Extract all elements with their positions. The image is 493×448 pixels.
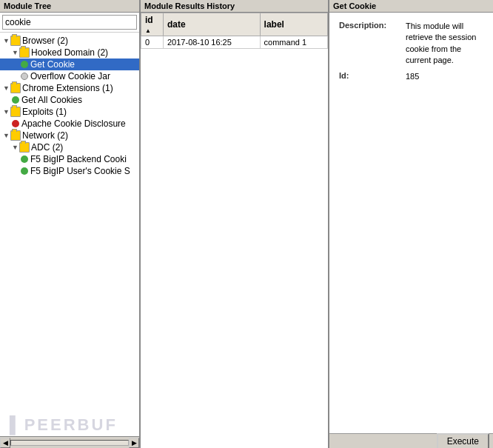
arrow-browser: ▼ [3,37,10,44]
description-value: This module will retrieve the session co… [402,19,487,69]
tree-f5-users[interactable]: F5 BigIP User's Cookie S [0,165,139,177]
info-table: Description: This module will retrieve t… [335,19,487,84]
scroll-right-arrow[interactable]: ▶ [129,438,139,448]
folder-chrome-icon [10,83,21,93]
execute-button[interactable]: Execute [437,433,489,449]
arrow-hooked: ▼ [12,49,19,56]
dot-f5-users [21,167,28,175]
tree-browser-label: Browser (2) [22,36,68,46]
folder-browser-icon [10,36,21,46]
scroll-track[interactable] [10,440,129,446]
arrow-exploits: ▼ [3,108,10,116]
middle-panel: Module Results History id ▲ date [141,0,329,448]
results-table: id ▲ date label 0 [141,13,328,49]
search-input[interactable] [2,15,137,30]
dot-apache [12,120,19,127]
tree-get-all-cookies[interactable]: Get All Cookies [0,94,139,106]
tree-hooked-label: Hooked Domain (2) [31,47,108,58]
description-row: Description: This module will retrieve t… [335,19,487,69]
tree-overflow-cookie[interactable]: Overflow Cookie Jar [0,70,139,82]
tree-get-cookie-label: Get Cookie [30,59,75,70]
tree-adc-group[interactable]: ▼ ADC (2) [0,141,139,153]
arrow-adc: ▼ [12,144,19,151]
tree-f5-users-label: F5 BigIP User's Cookie S [30,166,130,176]
tree-chrome-extensions-group[interactable]: ▼ Chrome Extensions (1) [0,82,139,94]
tree-overflow-cookie-label: Overflow Cookie Jar [30,71,110,81]
tree-hooked-domain-group[interactable]: ▼ Hooked Domain (2) [0,47,139,58]
get-cookie-title: Get Cookie [329,0,493,13]
id-label: Id: [335,69,402,84]
tree-apache-cookie[interactable]: Apache Cookie Disclosure [0,118,139,130]
right-panel-bottom: Execute [329,433,493,448]
col-id[interactable]: id ▲ [141,13,164,36]
tree-network-group[interactable]: ▼ Network (2) [0,130,139,141]
description-label: Description: [335,19,402,69]
tree-get-cookie[interactable]: Get Cookie [0,58,139,70]
tree-f5-backend[interactable]: F5 BigIP Backend Cooki [0,153,139,165]
module-tree: ▼ Browser (2) ▼ Hooked Domain (2) Get Co… [0,33,139,436]
tree-get-all-cookies-label: Get All Cookies [21,95,82,105]
results-history-title: Module Results History [141,0,328,13]
left-scroll-bar: ◀ ▶ [0,436,139,448]
scroll-left-arrow[interactable]: ◀ [0,438,10,448]
id-value: 185 [402,69,487,84]
dot-get-cookie [21,61,28,68]
dot-get-all-cookies [12,96,19,104]
sort-arrow-id: ▲ [145,27,151,34]
tree-f5-backend-label: F5 BigIP Backend Cooki [30,154,127,164]
right-panel: Get Cookie Description: This module will… [329,0,493,448]
cell-label: command 1 [260,36,327,49]
right-panel-content: Description: This module will retrieve t… [329,13,493,433]
tree-browser-group[interactable]: ▼ Browser (2) [0,35,139,47]
col-label[interactable]: label [260,13,327,36]
tree-network-label: Network (2) [22,130,68,141]
col-date[interactable]: date [164,13,261,36]
folder-hooked-icon [19,47,30,58]
dot-overflow-cookie [21,73,28,80]
table-row[interactable]: 0 2017-08-10 16:25 command 1 [141,36,328,49]
tree-exploits-label: Exploits (1) [22,107,67,117]
search-box [0,13,139,33]
folder-adc-icon [19,142,30,153]
folder-exploits-icon [10,107,21,117]
id-row: Id: 185 [335,69,487,84]
arrow-chrome: ▼ [3,84,10,92]
folder-network-icon [10,130,21,141]
cell-date: 2017-08-10 16:25 [164,36,261,49]
tree-adc-label: ADC (2) [31,142,63,153]
cell-id: 0 [141,36,164,49]
module-tree-title: Module Tree [0,0,139,13]
tree-chrome-label: Chrome Extensions (1) [22,83,113,93]
dot-f5-backend [21,156,28,163]
tree-exploits-group[interactable]: ▼ Exploits (1) [0,106,139,118]
arrow-network: ▼ [3,132,10,139]
left-panel: Module Tree ▼ Browser (2) ▼ Hooked Domai… [0,0,141,448]
tree-apache-label: Apache Cookie Disclosure [21,118,126,129]
